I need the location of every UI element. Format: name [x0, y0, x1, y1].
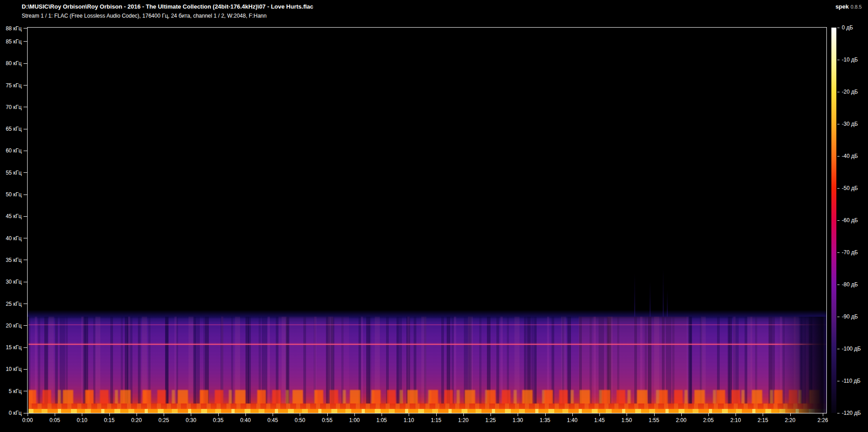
freq-tick-mark — [24, 85, 27, 85]
db-tick-mark — [837, 220, 840, 221]
freq-tick-mark — [24, 369, 27, 370]
transient-spike — [634, 273, 635, 317]
time-tick-label: 0:55 — [322, 417, 332, 423]
db-tick-mark — [837, 381, 840, 381]
time-tick-mark — [82, 413, 82, 416]
time-tick-mark — [463, 413, 464, 416]
db-tick-label: -20 дБ — [842, 88, 858, 95]
time-tick-label: 0:05 — [50, 417, 60, 423]
time-tick-mark — [137, 413, 137, 416]
time-tick-label: 2:05 — [703, 417, 713, 423]
time-tick-mark — [736, 413, 736, 416]
db-tick-mark — [837, 28, 840, 28]
time-tick-mark — [790, 413, 791, 416]
time-tick-mark — [245, 413, 246, 416]
freq-tick-mark — [24, 107, 27, 107]
time-tick-label: 1:25 — [485, 417, 495, 423]
time-tick-mark — [545, 413, 546, 416]
freq-tick-label: 15 кГц — [1, 344, 22, 351]
freq-tick-mark — [24, 28, 27, 28]
time-tick-label: 1:15 — [431, 417, 441, 423]
time-tick-mark — [654, 413, 655, 416]
time-tick-mark — [763, 413, 763, 416]
time-tick-label: 1:10 — [404, 417, 414, 423]
start-silence-gap — [28, 317, 28, 413]
stream-info-subtitle: Stream 1 / 1: FLAC (Free Lossless Audio … — [22, 13, 267, 19]
db-tick-label: -120 дБ — [842, 409, 861, 417]
db-tick-label: -80 дБ — [842, 281, 858, 288]
freq-tick-mark — [24, 151, 27, 151]
freq-tick-label: 0 кГц — [1, 409, 22, 417]
time-tick-label: 0:00 — [22, 417, 33, 423]
time-tick-label: 0:30 — [186, 417, 196, 423]
freq-tick-label: 25 кГц — [1, 300, 22, 308]
time-tick-label: 0:35 — [213, 417, 223, 423]
file-path-title: D:\MUSIC\Roy Orbison\Roy Orbison - 2016 … — [22, 3, 313, 10]
freq-tick-label: 80 кГц — [1, 60, 22, 67]
time-tick-mark — [572, 413, 573, 416]
time-tick-label: 2:20 — [785, 417, 795, 423]
time-tick-mark — [300, 413, 300, 416]
freq-tick-mark — [24, 195, 27, 195]
app-name: spek — [835, 3, 849, 10]
freq-tick-mark — [24, 63, 27, 64]
time-tick-label: 1:20 — [458, 417, 468, 423]
time-tick-mark — [28, 413, 28, 416]
db-tick-mark — [837, 349, 840, 349]
time-tick-mark — [327, 413, 328, 416]
spectrogram-band — [28, 317, 826, 413]
time-tick-mark — [218, 413, 219, 416]
freq-tick-label: 45 кГц — [1, 213, 22, 220]
time-tick-mark — [409, 413, 409, 416]
freq-tick-mark — [24, 304, 27, 304]
transient-spike — [650, 281, 651, 317]
freq-tick-mark — [24, 413, 27, 413]
time-tick-label: 0:15 — [104, 417, 114, 423]
freq-tick-label: 35 кГц — [1, 256, 22, 264]
time-tick-label: 2:26 — [817, 417, 828, 423]
db-tick-mark — [837, 156, 840, 157]
freq-tick-label: 88 кГц — [1, 25, 22, 32]
freq-tick-label: 85 кГц — [1, 38, 22, 45]
freq-tick-mark — [24, 282, 27, 282]
db-tick-label: -110 дБ — [842, 377, 860, 385]
time-tick-mark — [55, 413, 55, 416]
db-tick-mark — [837, 317, 840, 317]
bass-yellow-floor — [28, 409, 826, 413]
db-tick-label: -90 дБ — [842, 313, 858, 320]
time-tick-label: 0:25 — [159, 417, 169, 423]
time-tick-mark — [436, 413, 437, 416]
db-tick-mark — [837, 124, 840, 124]
time-tick-label: 1:05 — [376, 417, 387, 423]
time-tick-label: 2:00 — [676, 417, 686, 423]
freq-tick-mark — [24, 347, 27, 348]
time-tick-label: 1:45 — [594, 417, 604, 423]
time-tick-mark — [627, 413, 627, 416]
db-tick-label: -50 дБ — [842, 185, 858, 192]
time-tick-label: 0:40 — [240, 417, 250, 423]
db-tick-label: -70 дБ — [842, 249, 858, 256]
db-tick-label: -40 дБ — [842, 152, 858, 160]
time-tick-label: 1:30 — [513, 417, 523, 423]
spek-window: D:\MUSIC\Roy Orbison\Roy Orbison - 2016 … — [0, 0, 868, 432]
db-tick-mark — [837, 413, 840, 413]
time-tick-label: 0:50 — [295, 417, 305, 423]
time-tick-mark — [354, 413, 355, 416]
freq-tick-mark — [24, 172, 27, 173]
freq-tick-label: 20 кГц — [1, 322, 22, 329]
db-tick-mark — [837, 188, 840, 189]
cutoff-haze — [28, 310, 826, 317]
db-tick-mark — [837, 252, 840, 253]
pilot-tone-line-20khz — [28, 324, 826, 325]
app-version: 0.8.5 — [851, 4, 862, 9]
time-tick-mark — [518, 413, 518, 416]
db-tick-label: -60 дБ — [842, 217, 858, 224]
time-tick-label: 0:20 — [131, 417, 142, 423]
freq-tick-label: 65 кГц — [1, 125, 22, 133]
time-tick-label: 1:40 — [567, 417, 577, 423]
freq-tick-label: 55 кГц — [1, 169, 22, 176]
time-tick-label: 1:55 — [649, 417, 659, 423]
time-tick-mark — [109, 413, 110, 416]
time-tick-label: 1:50 — [622, 417, 632, 423]
db-tick-label: 0 дБ — [842, 24, 853, 31]
